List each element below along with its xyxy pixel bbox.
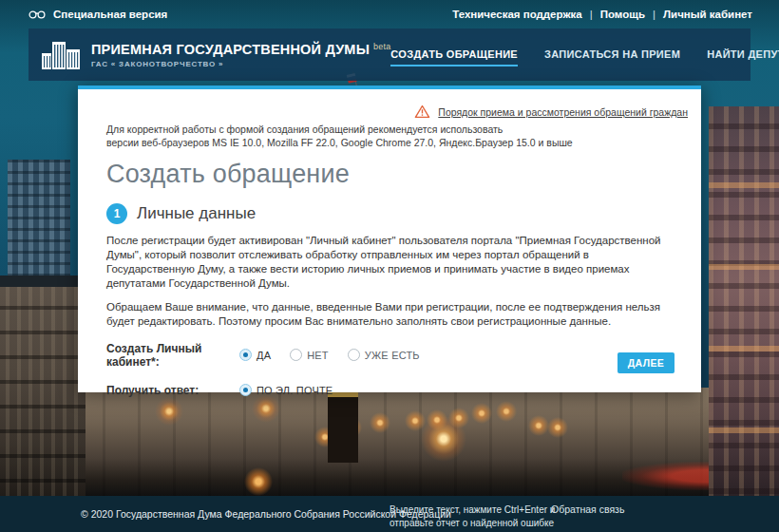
topbar-link-help[interactable]: Помощь bbox=[600, 9, 645, 20]
page: Специальная версия Техническая поддержка… bbox=[0, 0, 779, 532]
site-title: ПРИЕМНАЯ ГОСУДАРСТВЕННОЙ ДУМЫ bbox=[91, 42, 370, 57]
browser-note: Для корректной работы с формой создания … bbox=[106, 124, 673, 149]
topbar-link-account[interactable]: Личный кабинет bbox=[663, 9, 752, 20]
topbar-link-support[interactable]: Техническая поддержка bbox=[452, 9, 581, 20]
radio-cabinet-no[interactable]: НЕТ bbox=[290, 349, 329, 361]
radio-cabinet-yes[interactable]: ДА bbox=[239, 349, 271, 361]
nav-book-appointment[interactable]: ЗАПИСАТЬСЯ НА ПРИЕМ bbox=[544, 43, 680, 66]
main-nav: СОЗДАТЬ ОБРАЩЕНИЕ ЗАПИСАТЬСЯ НА ПРИЕМ НА… bbox=[390, 43, 779, 66]
header: ПРИЕМНАЯ ГОСУДАРСТВЕННОЙ ДУМЫbeta ГАС « … bbox=[28, 28, 750, 81]
radio-icon bbox=[348, 349, 360, 361]
step-label: Личные данные bbox=[137, 204, 256, 223]
site-logo[interactable]: ПРИЕМНАЯ ГОСУДАРСТВЕННОЙ ДУМЫbeta ГАС « … bbox=[40, 39, 390, 71]
glasses-icon bbox=[28, 10, 46, 19]
next-button[interactable]: ДАЛЕЕ bbox=[618, 352, 674, 373]
topbar: Специальная версия Техническая поддержка… bbox=[0, 0, 779, 28]
special-version-label: Специальная версия bbox=[53, 9, 167, 20]
site-subtitle: ГАС « ЗАКОНОТВОРЧЕСТВО » bbox=[91, 60, 390, 68]
error-report-line2: отправьте отчет о найденной ошибке bbox=[390, 517, 555, 530]
logo-text: ПРИЕМНАЯ ГОСУДАРСТВЕННОЙ ДУМЫbeta ГАС « … bbox=[91, 42, 390, 68]
radio-answer-email[interactable]: ПО ЭЛ. ПОЧТЕ bbox=[239, 384, 332, 396]
special-version-link[interactable]: Специальная версия bbox=[28, 9, 167, 20]
step-number-badge: 1 bbox=[106, 203, 127, 224]
cabinet-form-row: Создать Личный кабинет*: ДА НЕТ УЖЕ ЕСТЬ bbox=[106, 342, 673, 369]
background-doorway bbox=[328, 391, 358, 463]
cabinet-label: Создать Личный кабинет*: bbox=[106, 342, 239, 369]
radio-icon bbox=[290, 349, 302, 361]
separator: | bbox=[653, 9, 656, 20]
answer-label: Получить ответ: bbox=[106, 384, 239, 397]
answer-options: ПО ЭЛ. ПОЧТЕ bbox=[239, 384, 352, 396]
step-row: 1 Личные данные bbox=[106, 203, 673, 224]
background-left-building bbox=[0, 276, 86, 496]
rules-link[interactable]: Порядок приема и рассмотрения обращений … bbox=[438, 106, 688, 118]
cabinet-options: ДА НЕТ УЖЕ ЕСТЬ bbox=[239, 349, 439, 361]
radio-icon bbox=[239, 349, 252, 361]
rules-notice: Порядок приема и рассмотрения обращений … bbox=[414, 104, 688, 119]
separator: | bbox=[590, 9, 593, 20]
radio-cabinet-already[interactable]: УЖЕ ЕСТЬ bbox=[348, 349, 420, 361]
create-appeal-modal: Порядок приема и рассмотрения обращений … bbox=[78, 86, 701, 392]
duma-building-icon bbox=[40, 39, 82, 71]
info-paragraph-2: Обращаем Ваше внимание, что данные, введ… bbox=[106, 300, 673, 329]
background-right-building bbox=[709, 106, 779, 496]
error-report-line1: Выделите текст, нажмите Ctrl+Enter и bbox=[390, 504, 555, 517]
error-report-text: Выделите текст, нажмите Ctrl+Enter и отп… bbox=[390, 504, 555, 529]
info-paragraph-1: После регистрации будет активирован "Лич… bbox=[106, 234, 673, 291]
answer-form-row: Получить ответ: ПО ЭЛ. ПОЧТЕ bbox=[106, 384, 673, 397]
topbar-links: Техническая поддержка | Помощь | Личный … bbox=[452, 9, 752, 20]
nav-create-appeal[interactable]: СОЗДАТЬ ОБРАЩЕНИЕ bbox=[390, 43, 518, 66]
radio-icon bbox=[239, 384, 252, 396]
page-title: Создать обращение bbox=[106, 160, 673, 189]
feedback-link[interactable]: Обратная связь bbox=[551, 504, 624, 515]
browser-note-line1: Для корректной работы с формой создания … bbox=[106, 124, 673, 137]
nav-find-deputy[interactable]: НАЙТИ ДЕПУТАТА bbox=[707, 43, 779, 66]
warning-triangle-icon bbox=[414, 104, 430, 119]
footer: © 2020 Государственная Дума Федерального… bbox=[0, 496, 779, 532]
beta-badge: beta bbox=[373, 42, 390, 51]
browser-note-line2: версии веб-браузеров MS IE 10.0, Mozilla… bbox=[106, 137, 673, 150]
